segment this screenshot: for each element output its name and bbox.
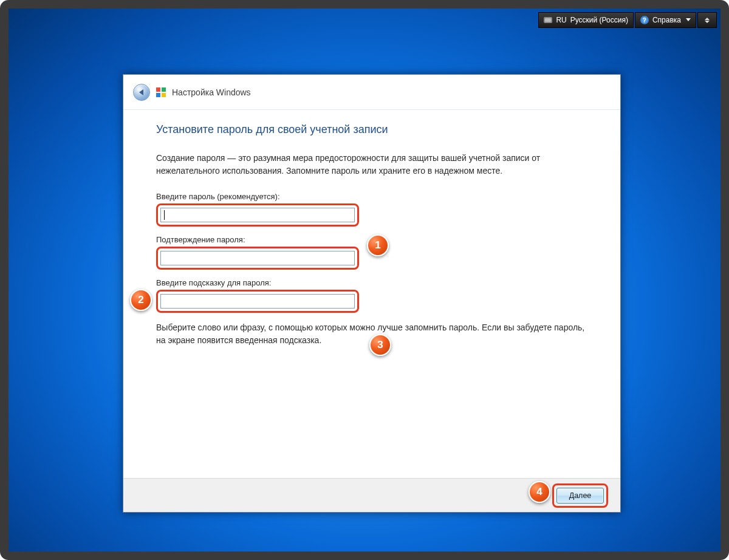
- help-icon: ?: [640, 16, 649, 24]
- annotation-4: 4: [529, 481, 550, 503]
- password-field-highlight: [156, 203, 359, 227]
- annotation-2: 2: [130, 289, 152, 311]
- windows-flag-icon: [156, 87, 166, 97]
- window-title: Настройка Windows: [172, 87, 251, 97]
- language-code: RU: [556, 16, 566, 24]
- confirm-password-field-highlight: [156, 247, 359, 270]
- page-description: Создание пароля — это разумная мера пред…: [156, 152, 592, 177]
- window-content: Установите пароль для своей учетной запи…: [123, 110, 620, 347]
- hint-field-highlight: [156, 290, 359, 313]
- hint-label: Введите подсказку для пароля:: [156, 278, 592, 287]
- hint-input[interactable]: [160, 294, 355, 309]
- window-header: Настройка Windows: [123, 75, 620, 110]
- window-controls[interactable]: [697, 12, 717, 28]
- help-button[interactable]: ? Справка: [635, 12, 696, 28]
- language-name: Русский (Россия): [570, 16, 628, 24]
- desktop-background: RU Русский (Россия) ? Справка Настройка …: [0, 0, 729, 560]
- keyboard-icon: [544, 17, 552, 23]
- annotation-3: 3: [369, 334, 391, 356]
- page-heading: Установите пароль для своей учетной запи…: [156, 123, 592, 136]
- annotation-1: 1: [367, 234, 389, 256]
- updown-icon: [703, 18, 711, 23]
- back-arrow-icon: [139, 89, 143, 95]
- password-input[interactable]: [160, 208, 355, 222]
- back-button[interactable]: [133, 84, 150, 101]
- language-indicator[interactable]: RU Русский (Россия): [538, 12, 634, 28]
- next-button-highlight: Далее: [552, 483, 608, 508]
- setup-topbar: RU Русский (Россия) ? Справка: [538, 12, 717, 28]
- next-button[interactable]: Далее: [556, 488, 604, 504]
- setup-window: Настройка Windows Установите пароль для …: [123, 74, 621, 513]
- confirm-password-input[interactable]: [160, 251, 355, 265]
- chevron-down-icon: [685, 17, 691, 23]
- text-cursor: [164, 210, 165, 220]
- password-label: Введите пароль (рекомендуется):: [156, 192, 592, 201]
- help-label: Справка: [652, 16, 681, 24]
